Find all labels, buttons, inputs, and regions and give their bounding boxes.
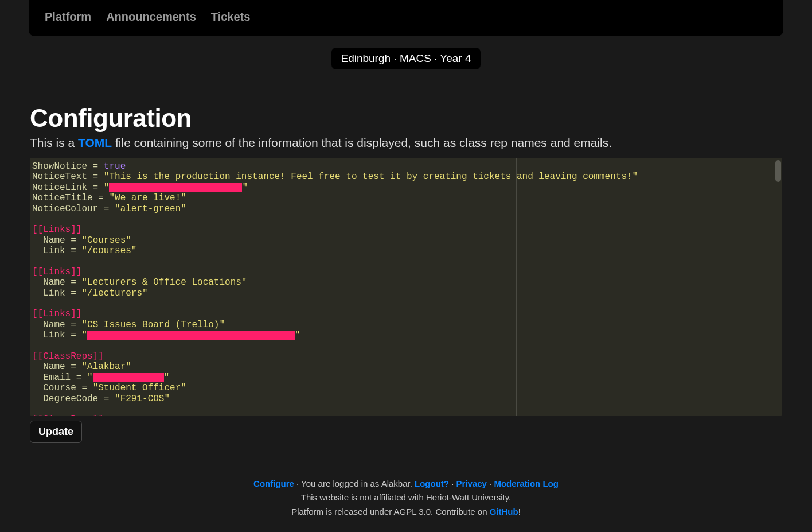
nav-announcements[interactable]: Announcements bbox=[106, 10, 196, 24]
editor-ruler bbox=[516, 158, 517, 416]
footer-modlog-link[interactable]: Moderation Log bbox=[494, 479, 559, 488]
page-title: Configuration bbox=[30, 104, 782, 133]
footer-configure-link[interactable]: Configure bbox=[253, 479, 294, 488]
redacted-trello-link bbox=[87, 331, 295, 340]
footer: Configure · You are logged in as Alakbar… bbox=[0, 476, 812, 519]
redacted-email bbox=[93, 373, 164, 382]
update-button[interactable]: Update bbox=[30, 421, 82, 443]
footer-privacy-link[interactable]: Privacy bbox=[456, 479, 487, 488]
toml-editor[interactable]: ShowNotice = true NoticeText = "This is … bbox=[30, 158, 782, 416]
footer-github-link[interactable]: GitHub bbox=[490, 507, 518, 517]
nav-platform[interactable]: Platform bbox=[45, 10, 91, 24]
editor-scrollbar[interactable] bbox=[775, 160, 781, 182]
context-pill[interactable]: Edinburgh · MACS · Year 4 bbox=[331, 48, 480, 69]
nav-tickets[interactable]: Tickets bbox=[211, 10, 251, 24]
desc-prefix: This is a bbox=[30, 136, 78, 149]
footer-disclaimer: This website is not affiliated with Heri… bbox=[0, 491, 812, 504]
page-description: This is a TOML file containing some of t… bbox=[30, 136, 782, 150]
top-navbar: Platform Announcements Tickets bbox=[29, 0, 783, 36]
toml-link[interactable]: TOML bbox=[78, 136, 112, 149]
footer-logged-in: · You are logged in as Alakbar. bbox=[294, 479, 415, 488]
redacted-notice-link bbox=[109, 183, 242, 192]
desc-suffix: file containing some of the information … bbox=[112, 136, 612, 149]
footer-license-text: Platform is released under AGPL 3.0. Con… bbox=[291, 507, 489, 517]
toml-code[interactable]: ShowNotice = true NoticeText = "This is … bbox=[30, 158, 782, 416]
footer-logout-link[interactable]: Logout? bbox=[415, 479, 449, 488]
